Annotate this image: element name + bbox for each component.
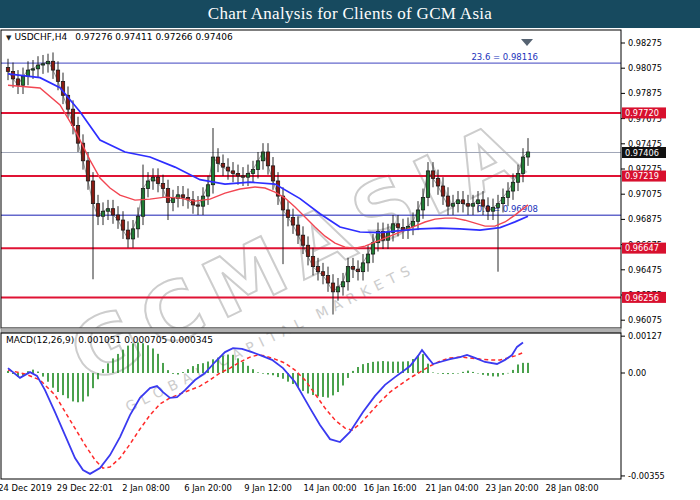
price-axis-tick: 0.97075	[628, 189, 662, 199]
candlestick	[366, 254, 369, 263]
macd-histogram-bar	[227, 355, 229, 373]
panel-separator[interactable]	[1, 328, 621, 333]
candlestick	[436, 178, 439, 186]
macd-histogram-bar	[517, 364, 519, 373]
macd-histogram-bar	[447, 373, 449, 374]
candlestick	[211, 157, 214, 185]
macd-histogram-bar	[192, 366, 194, 373]
macd-histogram-bar	[372, 362, 374, 373]
candlestick	[121, 220, 124, 230]
candlestick	[411, 221, 414, 226]
macd-histogram-bar	[212, 359, 214, 373]
candlestick	[326, 275, 329, 283]
candlestick	[71, 109, 74, 125]
candlestick	[301, 235, 304, 245]
candlestick	[441, 186, 444, 196]
level-price-badge: 0.97720	[625, 108, 659, 118]
macd-histogram-bar	[302, 373, 304, 391]
macd-histogram-bar	[52, 373, 54, 388]
macd-histogram-bar	[202, 363, 204, 373]
candlestick	[131, 229, 134, 239]
candlestick	[421, 197, 424, 210]
macd-histogram-bar	[262, 373, 264, 374]
price-axis-tick: 0.98275	[628, 38, 662, 48]
macd-histogram-bar	[182, 372, 184, 373]
candlestick	[136, 216, 139, 229]
macd-histogram-bar	[452, 373, 454, 374]
macd-histogram-bar	[422, 354, 424, 373]
macd-axis-tick: -0.00355	[628, 471, 665, 481]
macd-histogram-bar	[177, 373, 179, 375]
macd-name: MACD(12,26,9)	[6, 335, 74, 345]
macd-histogram-bar	[477, 373, 479, 374]
macd-histogram-bar	[442, 373, 444, 374]
macd-histogram-bar	[342, 373, 344, 385]
time-axis-label: 21 Jan 04:00	[425, 483, 478, 493]
macd-histogram-bar	[457, 373, 459, 374]
macd-histogram-bar	[397, 362, 399, 373]
chart-area: GCMASIAGLOBAL CAPITAL MARKETS23.6 = 0.98…	[0, 28, 700, 500]
candlestick	[341, 282, 344, 287]
candlestick	[141, 189, 144, 217]
price-axis-tick: 0.97875	[628, 88, 662, 98]
macd-histogram-bar	[362, 364, 364, 373]
macd-histogram-bar	[222, 356, 224, 373]
candlestick	[296, 225, 299, 235]
macd-axis-tick: 0.00	[628, 368, 646, 378]
title-bar: Chart Analysis for Clients of GCM Asia	[0, 0, 700, 28]
macd-histogram-bar	[267, 373, 269, 374]
macd-histogram-bar	[337, 373, 339, 392]
macd-histogram-bar	[332, 373, 334, 395]
time-axis-label: 9 Jan 12:00	[244, 483, 292, 493]
current-price-badge: 0.97406	[625, 148, 659, 158]
candlestick	[506, 191, 509, 197]
candlestick	[146, 181, 149, 189]
candlestick	[416, 210, 419, 221]
macd-histogram-bar	[57, 373, 59, 392]
candlestick	[101, 211, 104, 216]
macd-histogram-bar	[122, 350, 124, 373]
macd-histogram-bar	[497, 373, 499, 377]
candlestick	[256, 161, 259, 170]
macd-histogram-bar	[167, 370, 169, 373]
macd-histogram-bar	[482, 373, 484, 375]
time-axis-label: 2 Jan 08:00	[122, 483, 170, 493]
candlestick	[201, 196, 204, 206]
price-axis-tick: 0.98075	[628, 63, 662, 73]
macd-axis-tick: 0.00127	[628, 331, 662, 341]
candlestick	[346, 267, 349, 282]
ohlc-quotes: 0.97276 0.97411 0.97266 0.97406	[75, 32, 232, 42]
macd-histogram-bar	[367, 363, 369, 373]
candlestick	[306, 245, 309, 256]
macd-histogram-bar	[327, 373, 329, 398]
candlestick	[271, 166, 274, 181]
macd-histogram-bar	[97, 373, 99, 379]
macd-histogram-bar	[272, 373, 274, 375]
macd-histogram-bar	[42, 373, 44, 377]
symbol-info-bar: ▼USDCHF,H40.97276 0.97411 0.97266 0.9740…	[6, 32, 233, 42]
macd-histogram-bar	[37, 372, 39, 373]
candlestick	[86, 161, 89, 181]
candlestick	[446, 196, 449, 206]
macd-histogram-bar	[117, 354, 119, 373]
macd-values: 0.001051 0.000705 0.000345	[78, 335, 213, 345]
macd-histogram-bar	[7, 371, 9, 373]
macd-histogram-bar	[92, 373, 94, 388]
price-chart-canvas[interactable]: GCMASIAGLOBAL CAPITAL MARKETS23.6 = 0.98…	[0, 28, 700, 500]
macd-histogram-bar	[382, 361, 384, 373]
symbol-dropdown-icon[interactable]: ▼	[6, 34, 11, 42]
macd-histogram-bar	[387, 361, 389, 373]
time-axis-label: 23 Jan 20:00	[485, 483, 538, 493]
candlestick	[156, 177, 159, 183]
candlestick	[336, 287, 339, 292]
candlestick	[516, 173, 519, 182]
macd-histogram-bar	[232, 355, 234, 373]
macd-histogram-bar	[432, 372, 434, 373]
mt4-chart-window: Chart Analysis for Clients of GCM Asia G…	[0, 0, 700, 500]
macd-histogram-bar	[102, 369, 104, 373]
macd-histogram-bar	[257, 372, 259, 373]
candlestick	[501, 197, 504, 203]
candlestick	[16, 79, 19, 85]
candlestick	[261, 152, 264, 161]
macd-histogram-bar	[242, 362, 244, 373]
